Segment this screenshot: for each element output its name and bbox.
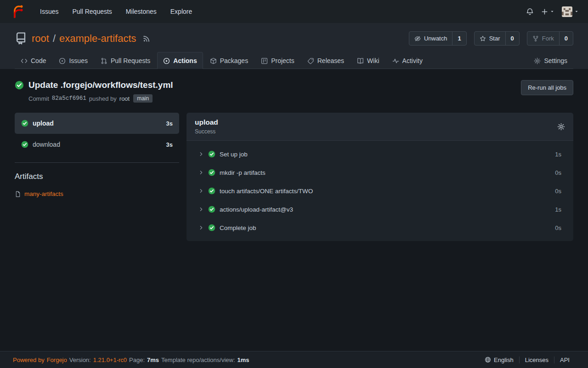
job-name: upload: [33, 120, 54, 127]
tab-activity[interactable]: Activity: [386, 52, 429, 69]
top-navbar: Issues Pull Requests Milestones Explore: [0, 0, 588, 23]
repo-header: root / example-artifacts Unwatch 1 Star …: [0, 23, 588, 69]
step-duration: 0s: [555, 188, 561, 195]
footer: Powered by Forgejo Version: 1.21.0+1-rc0…: [0, 351, 588, 368]
step-row-mkdir[interactable]: mkdir -p artifacts 0s: [187, 163, 573, 182]
repo-name-link[interactable]: example-artifacts: [59, 33, 136, 45]
gear-icon: [534, 58, 541, 64]
tab-settings[interactable]: Settings: [528, 52, 573, 69]
forgejo-logo[interactable]: [11, 5, 25, 18]
globe-icon: [485, 356, 491, 363]
user-menu[interactable]: [562, 6, 579, 17]
chevron-down-icon: [574, 9, 579, 14]
fork-icon: [532, 35, 539, 42]
tab-wiki[interactable]: Wiki: [351, 52, 385, 69]
nav-pull-requests[interactable]: Pull Requests: [66, 4, 118, 19]
fork-label: Fork: [542, 35, 554, 42]
tab-actions[interactable]: Actions: [157, 52, 203, 69]
branch-badge[interactable]: main: [133, 94, 153, 103]
tag-icon: [307, 58, 314, 64]
fork-button[interactable]: Fork 0: [527, 31, 573, 46]
check-circle-icon: [208, 206, 215, 213]
template-time-label: Template repo/actions/view:: [161, 356, 235, 363]
footer-right: English Licenses API: [479, 356, 575, 363]
tab-code[interactable]: Code: [15, 52, 52, 69]
step-name: touch artifacts/ONE artifacts/TWO: [220, 188, 313, 195]
file-icon: [15, 191, 21, 197]
run-columns: upload 3s download 3s Artifacts many-art…: [15, 113, 573, 241]
tab-label: Projects: [271, 57, 294, 64]
avatar: [562, 6, 572, 17]
artifacts-heading: Artifacts: [15, 172, 179, 181]
issue-icon: [59, 58, 66, 64]
unwatch-button[interactable]: Unwatch 1: [409, 31, 467, 46]
topbar-right: [526, 6, 579, 17]
nav-issues[interactable]: Issues: [34, 4, 64, 19]
tab-label: Releases: [317, 57, 344, 64]
bell-icon: [526, 8, 534, 16]
forgejo-link[interactable]: Forgejo: [47, 356, 67, 363]
step-row-touch[interactable]: touch artifacts/ONE artifacts/TWO 0s: [187, 182, 573, 200]
run-title: Update .forgejo/workflows/test.yml: [28, 80, 173, 90]
job-item-download[interactable]: download 3s: [15, 134, 179, 155]
step-row-complete-job[interactable]: Complete job 0s: [187, 218, 573, 237]
repo-owner-link[interactable]: root: [32, 33, 49, 45]
step-name: Complete job: [220, 224, 256, 231]
tab-pull-requests[interactable]: Pull Requests: [95, 52, 156, 69]
job-item-upload[interactable]: upload 3s: [15, 113, 179, 134]
check-circle-icon: [21, 141, 28, 148]
page-time-label: Page:: [129, 356, 145, 363]
api-link[interactable]: API: [554, 356, 575, 363]
nav-milestones[interactable]: Milestones: [120, 4, 163, 19]
package-icon: [210, 58, 217, 64]
watch-count[interactable]: 1: [452, 32, 466, 45]
repo-action-buttons: Unwatch 1 Star 0 Fork 0: [409, 31, 573, 46]
version-link[interactable]: 1.21.0+1-rc0: [93, 356, 127, 363]
create-new-menu[interactable]: [541, 8, 554, 15]
commit-label: Commit: [28, 95, 49, 102]
tab-projects[interactable]: Projects: [255, 52, 300, 69]
tab-packages[interactable]: Packages: [204, 52, 254, 69]
step-row-setup-job[interactable]: Set up job 1s: [187, 145, 573, 163]
language-label: English: [494, 356, 514, 363]
artifact-link-many-artifacts[interactable]: many-artifacts: [15, 190, 63, 197]
nav-explore[interactable]: Explore: [164, 4, 198, 19]
tab-label: Actions: [173, 57, 197, 64]
fork-count[interactable]: 0: [559, 32, 573, 45]
notifications-button[interactable]: [526, 8, 534, 16]
job-sidebar: upload 3s download 3s Artifacts many-art…: [15, 113, 179, 197]
rerun-all-jobs-button[interactable]: Re-run all jobs: [521, 80, 573, 95]
rss-feed-button[interactable]: [143, 35, 150, 42]
template-time-value: 1ms: [237, 356, 249, 363]
job-duration: 3s: [166, 120, 173, 127]
run-header: Update .forgejo/workflows/test.yml Commi…: [15, 80, 573, 103]
step-row-upload-artifact[interactable]: actions/upload-artifact@v3 1s: [187, 200, 573, 218]
powered-by-prefix: Powered by: [13, 356, 45, 363]
footer-left: Powered by Forgejo Version: 1.21.0+1-rc0…: [13, 356, 249, 363]
commit-sha-link[interactable]: 82a5cf6961: [52, 95, 86, 102]
rss-icon: [143, 35, 150, 42]
tab-label: Settings: [544, 57, 567, 64]
tab-label: Packages: [220, 57, 248, 64]
pusher-link[interactable]: root: [119, 95, 130, 102]
star-button[interactable]: Star 0: [474, 31, 520, 46]
breadcrumb-separator: /: [53, 33, 56, 45]
star-count[interactable]: 0: [505, 32, 519, 45]
job-detail-title: upload: [195, 118, 218, 126]
licenses-link[interactable]: Licenses: [519, 356, 554, 363]
job-options-button[interactable]: [557, 123, 565, 131]
pull-request-icon: [101, 58, 107, 64]
powered-by-link[interactable]: Powered by: [13, 356, 45, 363]
tab-issues[interactable]: Issues: [53, 52, 93, 69]
step-name: Set up job: [220, 151, 248, 158]
step-name: mkdir -p artifacts: [220, 169, 266, 176]
play-circle-icon: [163, 58, 170, 64]
star-icon: [480, 35, 486, 42]
code-icon: [21, 58, 28, 64]
star-label: Star: [489, 35, 500, 42]
tab-releases[interactable]: Releases: [301, 52, 350, 69]
language-selector[interactable]: English: [479, 356, 519, 363]
page-time-value: 7ms: [147, 356, 159, 363]
tab-label: Activity: [402, 57, 423, 64]
eye-slash-icon: [414, 35, 421, 42]
